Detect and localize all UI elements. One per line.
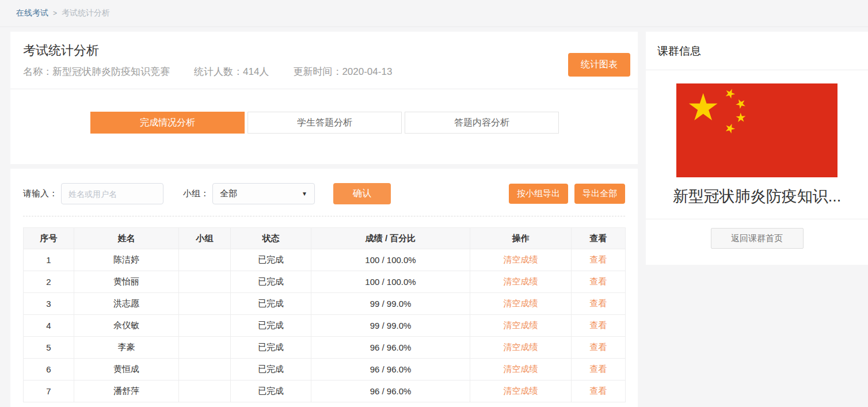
table-row: 7 潘舒萍 已完成 96 / 96.0% 清空成绩 查看 bbox=[24, 381, 626, 402]
col-header-group: 小组 bbox=[179, 228, 231, 249]
view-link[interactable]: 查看 bbox=[590, 364, 607, 374]
clear-score-link[interactable]: 清空成绩 bbox=[504, 364, 538, 374]
confirm-button[interactable]: 确认 bbox=[333, 183, 391, 204]
clear-score-link[interactable]: 清空成绩 bbox=[504, 342, 538, 352]
cell-index: 5 bbox=[24, 337, 74, 359]
cell-index: 3 bbox=[24, 293, 74, 315]
view-link[interactable]: 查看 bbox=[590, 298, 607, 308]
table-row: 4 佘仪敏 已完成 99 / 99.0% 清空成绩 查看 bbox=[24, 315, 626, 337]
view-link[interactable]: 查看 bbox=[590, 254, 607, 264]
exam-meta-row: 名称：新型冠状肺炎防疫知识竞赛 统计人数：414人 更新时间：2020-04-1… bbox=[10, 59, 638, 89]
search-input-label: 请输入： bbox=[23, 188, 58, 199]
cell-status: 已完成 bbox=[231, 271, 311, 293]
cell-status: 已完成 bbox=[231, 381, 311, 402]
exam-updated: 更新时间：2020-04-13 bbox=[293, 65, 392, 78]
view-link[interactable]: 查看 bbox=[590, 276, 607, 286]
tab-answer-content-analysis[interactable]: 答题内容分析 bbox=[405, 112, 559, 134]
col-header-name: 姓名 bbox=[74, 228, 179, 249]
table-header-row: 序号 姓名 小组 状态 成绩 / 百分比 操作 查看 bbox=[24, 228, 626, 249]
breadcrumb-separator-icon: > bbox=[53, 9, 57, 17]
cell-name: 陈洁婷 bbox=[74, 249, 179, 271]
cell-group bbox=[179, 271, 231, 293]
sidebar-divider bbox=[646, 219, 868, 219]
group-select[interactable]: 全部 ▼ bbox=[212, 183, 315, 204]
cell-name: 洪志愿 bbox=[74, 293, 179, 315]
view-link[interactable]: 查看 bbox=[590, 386, 607, 395]
course-title: 新型冠状肺炎防疫知识... bbox=[653, 186, 861, 207]
clear-score-link[interactable]: 清空成绩 bbox=[504, 276, 538, 286]
cell-name: 李豪 bbox=[74, 337, 179, 359]
search-input[interactable] bbox=[61, 183, 163, 204]
filter-table-divider bbox=[23, 216, 625, 216]
results-table: 序号 姓名 小组 状态 成绩 / 百分比 操作 查看 1 陈洁婷 已完成 100… bbox=[23, 227, 626, 402]
cell-group bbox=[179, 249, 231, 271]
view-link[interactable]: 查看 bbox=[590, 342, 607, 352]
cell-index: 6 bbox=[24, 359, 74, 381]
table-row: 5 李豪 已完成 96 / 96.0% 清空成绩 查看 bbox=[24, 337, 626, 359]
exam-stats-header-card: 考试统计分析 名称：新型冠状肺炎防疫知识竞赛 统计人数：414人 更新时间：20… bbox=[10, 32, 638, 164]
analysis-tabs: 完成情况分析 学生答题分析 答题内容分析 bbox=[90, 112, 638, 134]
col-header-index: 序号 bbox=[24, 228, 74, 249]
col-header-score: 成绩 / 百分比 bbox=[311, 228, 470, 249]
cell-name: 佘仪敏 bbox=[74, 315, 179, 337]
table-row: 1 陈洁婷 已完成 100 / 100.0% 清空成绩 查看 bbox=[24, 249, 626, 271]
cell-score: 100 / 100.0% bbox=[311, 271, 470, 293]
filter-row: 请输入： 小组： 全部 ▼ 确认 按小组导出 导出全部 bbox=[10, 169, 638, 204]
cell-name: 潘舒萍 bbox=[74, 381, 179, 402]
group-select-value: 全部 bbox=[220, 188, 237, 199]
chevron-down-icon: ▼ bbox=[302, 191, 307, 197]
group-select-label: 小组： bbox=[183, 188, 209, 199]
cell-score: 99 / 99.0% bbox=[311, 293, 470, 315]
cell-group bbox=[179, 381, 231, 402]
table-row: 6 黄恒成 已完成 96 / 96.0% 清空成绩 查看 bbox=[24, 359, 626, 381]
cell-group bbox=[179, 315, 231, 337]
cell-score: 96 / 96.0% bbox=[311, 359, 470, 381]
results-card: 请输入： 小组： 全部 ▼ 确认 按小组导出 导出全部 序号 姓名 小组 状态 … bbox=[10, 169, 638, 407]
course-group-info-title: 课群信息 bbox=[646, 32, 868, 70]
cell-score: 100 / 100.0% bbox=[311, 249, 470, 271]
cell-index: 4 bbox=[24, 315, 74, 337]
stats-chart-button[interactable]: 统计图表 bbox=[568, 53, 630, 77]
course-group-info-card: 课群信息 新型冠状肺炎防疫知识... 返回课群首页 bbox=[646, 32, 868, 265]
page-title: 考试统计分析 bbox=[10, 32, 638, 59]
cell-index: 7 bbox=[24, 381, 74, 402]
exam-name: 名称：新型冠状肺炎防疫知识竞赛 bbox=[23, 65, 170, 78]
cell-status: 已完成 bbox=[231, 249, 311, 271]
col-header-status: 状态 bbox=[231, 228, 311, 249]
table-row: 2 黄怡丽 已完成 100 / 100.0% 清空成绩 查看 bbox=[24, 271, 626, 293]
cell-name: 黄恒成 bbox=[74, 359, 179, 381]
breadcrumb: 在线考试 > 考试统计分析 bbox=[0, 0, 868, 27]
cell-group bbox=[179, 337, 231, 359]
breadcrumb-link-online-exam[interactable]: 在线考试 bbox=[16, 8, 48, 18]
col-header-view: 查看 bbox=[572, 228, 626, 249]
breadcrumb-current: 考试统计分析 bbox=[62, 8, 110, 18]
clear-score-link[interactable]: 清空成绩 bbox=[504, 298, 538, 308]
cell-index: 1 bbox=[24, 249, 74, 271]
tab-completion-analysis[interactable]: 完成情况分析 bbox=[90, 112, 245, 134]
tab-student-answer-analysis[interactable]: 学生答题分析 bbox=[248, 112, 402, 134]
cell-status: 已完成 bbox=[231, 337, 311, 359]
cell-status: 已完成 bbox=[231, 315, 311, 337]
view-link[interactable]: 查看 bbox=[590, 320, 607, 330]
cell-status: 已完成 bbox=[231, 359, 311, 381]
export-all-button[interactable]: 导出全部 bbox=[574, 184, 625, 204]
clear-score-link[interactable]: 清空成绩 bbox=[504, 320, 538, 330]
cell-score: 99 / 99.0% bbox=[311, 315, 470, 337]
col-header-action: 操作 bbox=[470, 228, 572, 249]
table-row: 3 洪志愿 已完成 99 / 99.0% 清空成绩 查看 bbox=[24, 293, 626, 315]
table-body: 1 陈洁婷 已完成 100 / 100.0% 清空成绩 查看 2 黄怡丽 已完成… bbox=[24, 249, 626, 402]
exam-count: 统计人数：414人 bbox=[194, 65, 269, 78]
china-flag-image bbox=[676, 83, 837, 177]
export-by-group-button[interactable]: 按小组导出 bbox=[509, 184, 568, 204]
cell-score: 96 / 96.0% bbox=[311, 337, 470, 359]
clear-score-link[interactable]: 清空成绩 bbox=[504, 254, 538, 264]
clear-score-link[interactable]: 清空成绩 bbox=[504, 386, 538, 395]
cell-group bbox=[179, 293, 231, 315]
back-to-course-home-button[interactable]: 返回课群首页 bbox=[711, 228, 804, 249]
cell-name: 黄怡丽 bbox=[74, 271, 179, 293]
cell-group bbox=[179, 359, 231, 381]
cell-status: 已完成 bbox=[231, 293, 311, 315]
cell-index: 2 bbox=[24, 271, 74, 293]
header-divider bbox=[10, 89, 638, 89]
cell-score: 96 / 96.0% bbox=[311, 381, 470, 402]
